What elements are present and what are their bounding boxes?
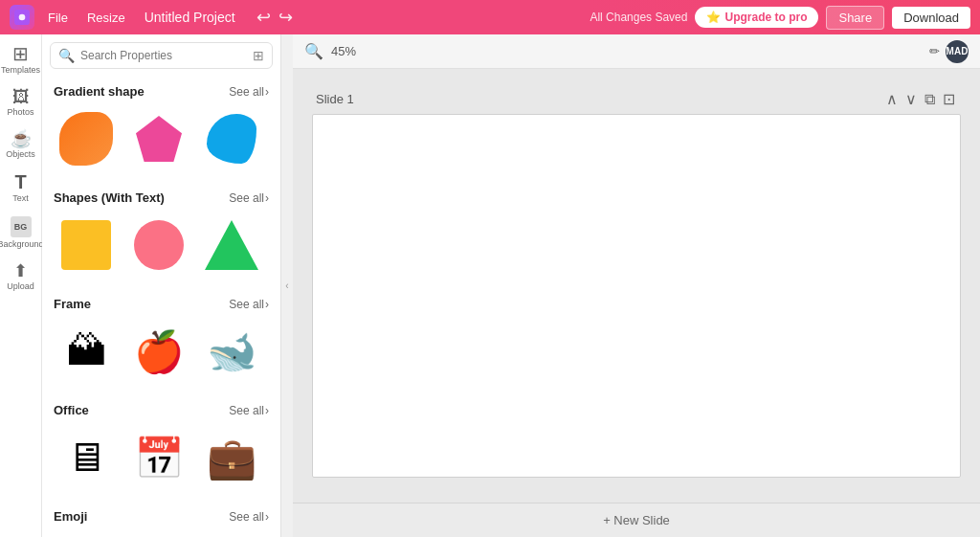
background-icon: BG — [11, 216, 32, 237]
pencil-icon: ✏ — [929, 44, 940, 58]
sidebar-item-upload[interactable]: ⬆ Upload — [2, 257, 40, 297]
office-title: Office — [54, 403, 89, 417]
monitor-icon: 🖥 — [66, 435, 106, 481]
gradient-shape-item-2[interactable] — [126, 106, 191, 171]
frame-items: 🏔 🍎 🐋 — [54, 319, 269, 384]
slide-controls: ∧ ∨ ⧉ ⊡ — [884, 88, 957, 110]
sidebar-item-templates[interactable]: ⊞ Templates — [2, 38, 40, 80]
frame-title: Frame — [54, 297, 91, 311]
emoji-see-all[interactable]: See all › — [229, 510, 269, 524]
background-label: Background — [0, 239, 44, 249]
undo-button[interactable]: ↩ — [256, 7, 271, 28]
user-avatar: MAD — [946, 40, 969, 63]
circle-shape — [134, 220, 184, 270]
search-input[interactable] — [80, 49, 247, 62]
frame-see-all[interactable]: See all › — [229, 298, 269, 311]
emoji-title: Emoji — [54, 509, 87, 524]
redo-button[interactable]: ↪ — [278, 7, 293, 28]
sidebar-item-objects[interactable]: ☕ Objects — [2, 124, 40, 165]
star-icon: ⭐ — [706, 11, 721, 24]
canvas-tool-left: 🔍 45% — [304, 42, 356, 60]
slide-header-1: Slide 1 ∧ ∨ ⧉ ⊡ — [312, 88, 961, 110]
gradient-shape-item-3[interactable] — [199, 106, 264, 171]
app-logo[interactable] — [10, 5, 34, 30]
blob-shape-2 — [207, 114, 256, 164]
main-layout: ⊞ Templates 🖼 Photos ☕ Objects T Text BG… — [0, 34, 980, 537]
chevron-right-icon: › — [265, 404, 269, 417]
project-title[interactable]: Untitled Project — [139, 8, 241, 27]
objects-icon: ☕ — [11, 130, 32, 147]
search-icon: 🔍 — [58, 48, 75, 63]
gradient-shape-see-all[interactable]: See all › — [229, 85, 269, 99]
shapes-text-header: Shapes (With Text) See all › — [54, 190, 269, 205]
gradient-shape-header: Gradient shape See all › — [54, 84, 269, 99]
slide-up-button[interactable]: ∧ — [884, 88, 900, 110]
panel-collapse-handle[interactable]: ‹ — [281, 34, 293, 537]
office-see-all[interactable]: See all › — [229, 404, 269, 417]
download-button[interactable]: Download — [892, 7, 970, 29]
pentagon-shape — [136, 116, 182, 162]
chevron-right-icon: › — [265, 85, 269, 99]
new-slide-button[interactable]: + New Slide — [293, 503, 980, 537]
emoji-item-1[interactable]: 😀 — [54, 531, 119, 537]
frame-item-2[interactable]: 🍎 — [126, 319, 191, 384]
gradient-shape-title: Gradient shape — [54, 84, 145, 99]
slide-label-1: Slide 1 — [316, 92, 354, 106]
slide-duplicate-button[interactable]: ⧉ — [923, 88, 937, 110]
office-item-1[interactable]: 🖥 — [54, 425, 119, 490]
emoji-item-2[interactable]: 😁 — [126, 531, 191, 537]
triangle-shape — [205, 220, 258, 270]
upgrade-button[interactable]: ⭐ Upgrade to pro — [695, 7, 818, 28]
frame-img-1: 🏔 — [66, 328, 106, 374]
upload-label: Upload — [7, 281, 34, 291]
slide-container: Slide 1 ∧ ∨ ⧉ ⊡ — [293, 69, 980, 503]
photos-icon: 🖼 — [12, 88, 30, 105]
slide-delete-button[interactable]: ⊡ — [941, 88, 957, 110]
frame-item-3[interactable]: 🐋 — [199, 319, 264, 384]
shapes-text-see-all[interactable]: See all › — [229, 191, 269, 205]
gradient-shape-item-1[interactable] — [54, 106, 119, 171]
shapes-with-text-section: Shapes (With Text) See all › — [42, 183, 280, 281]
shapes-text-title: Shapes (With Text) — [54, 190, 165, 205]
file-menu[interactable]: File — [42, 9, 74, 27]
zoom-level[interactable]: 45% — [331, 44, 356, 58]
shapes-text-item-1[interactable] — [54, 213, 119, 278]
sidebar-item-background[interactable]: BG Background — [2, 211, 40, 255]
resize-menu[interactable]: Resize — [81, 9, 131, 27]
office-section: Office See all › 🖥 📅 💼 — [42, 395, 280, 494]
canvas-toolbar: 🔍 45% ✏ MAD — [293, 34, 980, 69]
properties-panel: 🔍 ⊞ Gradient shape See all › — [42, 34, 281, 537]
blob-shape — [59, 112, 113, 166]
slide-down-button[interactable]: ∨ — [903, 88, 919, 110]
calendar-icon: 📅 — [134, 435, 184, 481]
office-header: Office See all › — [54, 403, 269, 417]
frame-header: Frame See all › — [54, 297, 269, 311]
shapes-text-item-3[interactable] — [199, 213, 264, 278]
slide-wrapper-1: Slide 1 ∧ ∨ ⧉ ⊡ — [312, 88, 961, 478]
emoji-section: Emoji See all › 😀 😁 😂 — [42, 502, 280, 537]
topbar: File Resize Untitled Project ↩ ↪ All Cha… — [0, 0, 980, 34]
zoom-icon: 🔍 — [304, 42, 323, 60]
sidebar-item-text[interactable]: T Text — [2, 167, 40, 209]
office-item-3[interactable]: 💼 — [199, 425, 264, 490]
slide-canvas-1[interactable] — [312, 114, 961, 478]
shapes-text-item-2[interactable] — [126, 213, 191, 278]
frame-item-1[interactable]: 🏔 — [54, 319, 119, 384]
chevron-right-icon: › — [265, 298, 269, 311]
save-status: All Changes Saved — [590, 11, 687, 24]
emoji-item-3[interactable]: 😂 — [199, 531, 264, 537]
gradient-shape-section: Gradient shape See all › — [42, 77, 280, 175]
office-items: 🖥 📅 💼 — [54, 425, 269, 490]
filter-icon[interactable]: ⊞ — [253, 48, 264, 63]
emoji-items: 😀 😁 😂 — [54, 531, 269, 537]
templates-icon: ⊞ — [12, 44, 29, 63]
templates-label: Templates — [1, 65, 40, 75]
share-button[interactable]: Share — [826, 6, 884, 30]
sidebar-item-photos[interactable]: 🖼 Photos — [2, 82, 40, 123]
chevron-right-icon: › — [265, 510, 269, 524]
shapes-text-items — [54, 213, 269, 278]
gradient-shape-items — [54, 106, 269, 171]
chevron-right-icon: › — [265, 191, 269, 205]
photos-label: Photos — [7, 107, 33, 117]
office-item-2[interactable]: 📅 — [126, 425, 191, 490]
